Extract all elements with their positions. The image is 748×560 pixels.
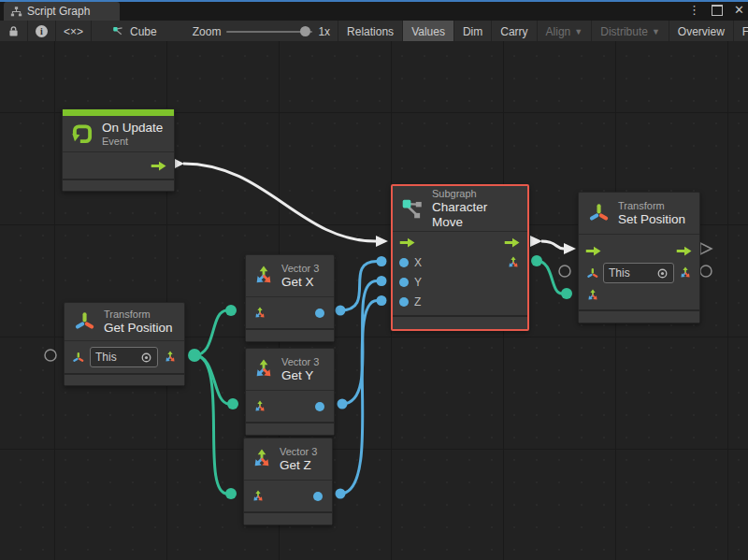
close-icon[interactable]: ✕	[734, 2, 744, 19]
node-footer	[244, 511, 332, 524]
node-title: Get Y	[281, 368, 319, 383]
flow-input-port[interactable]	[399, 237, 416, 249]
tab-script-graph[interactable]: Script Graph	[4, 2, 120, 21]
node-title: On Update	[102, 121, 163, 136]
values-button[interactable]: Values	[403, 21, 454, 42]
port-label-x: X	[414, 256, 422, 269]
wire-getz-to-z[interactable]	[340, 301, 377, 495]
port-setposition-value-out-edge[interactable]	[700, 266, 712, 277]
zoom-slider[interactable]	[226, 31, 312, 33]
wire-ball	[338, 399, 348, 409]
carry-button[interactable]: Carry	[492, 21, 537, 42]
flow-output-port[interactable]	[676, 245, 693, 257]
lock-button[interactable]	[0, 21, 28, 42]
zoom-slider-handle[interactable]	[300, 26, 310, 36]
full-screen-button[interactable]: Full Screen	[734, 21, 748, 42]
node-footer	[65, 373, 184, 385]
node-get-x[interactable]: Vector 3 Get X	[245, 254, 335, 342]
vector3-output-port-icon[interactable]	[506, 255, 521, 270]
node-header: Vector 3 Get X	[246, 255, 334, 296]
node-footer	[246, 422, 334, 435]
target-picker-icon[interactable]	[140, 352, 152, 364]
target-picker-icon[interactable]	[656, 267, 669, 280]
vector3-input-port-icon[interactable]	[251, 489, 266, 504]
node-type: Event	[102, 136, 163, 148]
vector3-input-port-icon[interactable]	[252, 399, 267, 414]
port-setposition-this-edge[interactable]	[559, 266, 570, 277]
float-output-port[interactable]	[315, 309, 324, 318]
node-on-update[interactable]: On Update Event	[62, 108, 175, 192]
wire-getposition-to-getz[interactable]	[194, 355, 227, 494]
vector3-input-port-icon[interactable]	[252, 306, 267, 321]
relations-button[interactable]: Relations	[338, 21, 403, 42]
graph-chip-icon	[112, 25, 124, 37]
vector3-output-port-icon[interactable]	[163, 350, 178, 365]
node-footer	[246, 328, 334, 341]
maximize-icon[interactable]	[712, 5, 723, 16]
window-menu-icon[interactable]: ⋮	[688, 2, 700, 19]
wire-end-arrow	[376, 236, 388, 247]
wire-ball	[225, 305, 237, 316]
graph-canvas[interactable]: On Update Event Transform Get Position	[0, 41, 748, 560]
float-input-port-x[interactable]	[399, 258, 409, 267]
chevron-down-icon: ▼	[574, 27, 583, 36]
wire-onupdate-to-charactermove[interactable]	[183, 164, 376, 241]
wire-charactermove-to-setposition[interactable]	[541, 241, 564, 249]
node-header: Vector 3 Get Z	[244, 438, 332, 480]
node-type: Vector 3	[281, 356, 319, 368]
dim-button[interactable]: Dim	[454, 21, 492, 42]
transform-port-icon[interactable]	[71, 351, 85, 365]
this-target-field[interactable]: This	[603, 263, 674, 283]
vector3-icon	[250, 447, 274, 471]
overview-button[interactable]: Overview	[669, 21, 734, 42]
node-character-move[interactable]: Subgraph Character Move X Y Z	[391, 184, 529, 331]
float-input-port-y[interactable]	[399, 278, 409, 287]
float-input-port-z[interactable]	[399, 297, 409, 307]
node-footer	[63, 179, 174, 191]
float-output-port[interactable]	[315, 402, 324, 411]
node-get-y[interactable]: Vector 3 Get Y	[245, 348, 335, 436]
this-value: This	[95, 351, 117, 364]
on-update-icon	[70, 122, 94, 146]
port-getposition-this-edge[interactable]	[45, 350, 56, 361]
align-dropdown[interactable]: Align▼	[538, 21, 593, 42]
vector3-icon	[252, 357, 276, 381]
vector3-input-port-icon[interactable]	[585, 288, 600, 303]
wire-getposition-to-getx[interactable]	[194, 310, 227, 355]
distribute-dropdown[interactable]: Distribute▼	[592, 21, 669, 42]
node-header: Vector 3 Get Y	[246, 349, 334, 390]
wire-charactermove-to-setposition-vector[interactable]	[537, 261, 562, 294]
port-setposition-flow-out-edge[interactable]	[700, 243, 712, 254]
transform-port-icon[interactable]	[585, 266, 599, 280]
transform-icon	[586, 201, 611, 225]
code-view-button[interactable]: <×>	[56, 21, 92, 42]
port-label-y: Y	[414, 276, 422, 289]
node-get-position[interactable]: Transform Get Position This	[64, 302, 185, 386]
zoom-value: 1x	[318, 25, 330, 38]
info-button[interactable]: i	[28, 21, 56, 42]
script-graph-icon	[10, 6, 22, 18]
node-type: Subgraph	[432, 188, 518, 200]
wire-end-arrow	[564, 243, 576, 254]
flow-output-port[interactable]	[504, 237, 521, 249]
window-controls: ⋮ ✕	[688, 2, 744, 19]
this-target-field[interactable]: This	[90, 347, 158, 367]
graph-target-chip[interactable]: Cube	[105, 21, 165, 42]
node-title: Get Position	[104, 321, 173, 336]
float-output-port[interactable]	[313, 492, 323, 501]
wire-ball	[377, 256, 387, 266]
node-title: Character Move	[432, 200, 518, 230]
wire-ball	[561, 288, 572, 299]
node-type: Vector 3	[280, 446, 317, 458]
transform-output-port-icon[interactable]	[678, 266, 693, 280]
node-set-position[interactable]: Transform Set Position This	[578, 192, 700, 323]
node-header: Subgraph Character Move	[393, 186, 527, 231]
flow-input-port[interactable]	[585, 245, 602, 257]
info-icon: i	[36, 25, 48, 37]
node-get-z[interactable]: Vector 3 Get Z	[243, 438, 333, 525]
flow-output-port[interactable]	[151, 160, 167, 172]
wire-ball	[377, 276, 387, 286]
event-accent-bar	[63, 109, 174, 116]
node-header: On Update Event	[63, 116, 174, 151]
titlebar: Script Graph ⋮ ✕	[0, 0, 748, 21]
